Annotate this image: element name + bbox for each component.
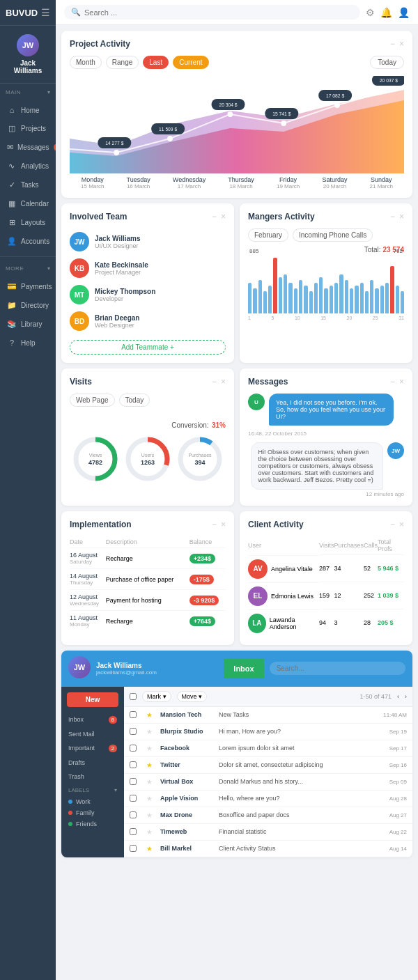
bar-26 <box>375 288 378 313</box>
client-minimize[interactable]: − <box>390 520 395 529</box>
last-filter[interactable]: Last <box>143 56 169 69</box>
mail-folder-drafts[interactable]: Drafts <box>61 756 124 770</box>
mail-folder-important[interactable]: Important 2 <box>61 741 124 756</box>
webpage-filter[interactable]: Web Page <box>70 394 115 407</box>
msgs-minimize[interactable]: − <box>390 377 395 387</box>
email-checkbox-3[interactable] <box>130 745 137 752</box>
email-checkbox-6[interactable] <box>130 795 137 802</box>
add-teammate-button[interactable]: Add Teammate + <box>70 340 226 355</box>
chat-time-2: 12 minutes ago <box>248 491 404 497</box>
visits-close[interactable]: × <box>221 377 226 387</box>
mail-username: Jack Williams <box>96 662 218 669</box>
email-row-4[interactable]: ★ Twitter Dolor sit amet, consectetur ad… <box>124 757 412 774</box>
sidebar-item-help[interactable]: ? Help <box>0 334 56 352</box>
star-icon-1[interactable]: ★ <box>146 711 157 719</box>
managers-minimize[interactable]: − <box>390 212 395 221</box>
month-filter[interactable]: Month <box>70 56 102 69</box>
mail-search-input[interactable] <box>270 662 405 675</box>
visits-minimize[interactable]: − <box>212 377 217 387</box>
settings-icon[interactable]: ⚙ <box>366 7 375 18</box>
email-row-3[interactable]: ★ Facebook Lorem ipsum dolor sit amet Se… <box>124 740 412 757</box>
sidebar-item-library[interactable]: 📚 Library <box>0 315 56 334</box>
star-icon-7[interactable]: ★ <box>146 811 157 819</box>
email-checkbox-1[interactable] <box>130 711 137 718</box>
sidebar-item-accounts[interactable]: 👤 Accounts <box>0 232 56 251</box>
search-input[interactable] <box>84 8 353 17</box>
email-checkbox-7[interactable] <box>130 811 137 818</box>
sidebar-item-tasks[interactable]: ✓ Tasks <box>0 176 56 194</box>
sidebar-item-projects[interactable]: ◫ Projects <box>0 119 56 138</box>
mail-folder-sent[interactable]: Sent Mail <box>61 727 124 741</box>
sidebar-item-home[interactable]: ⌂ Home <box>0 101 56 119</box>
email-checkbox-8[interactable] <box>130 828 137 835</box>
star-icon-4[interactable]: ★ <box>146 761 157 769</box>
email-row-9[interactable]: ★ Bill Markel Client Activity Status Aug… <box>124 841 412 857</box>
msgs-close[interactable]: × <box>399 377 404 387</box>
star-icon-3[interactable]: ★ <box>146 745 157 752</box>
email-row-8[interactable]: ★ Timeweb Financial statistic Aug 22 <box>124 824 412 841</box>
team-close[interactable]: × <box>221 212 226 221</box>
next-page-icon[interactable]: › <box>405 693 407 700</box>
visits-messages-row: Visits − × Web Page Today <box>61 368 412 506</box>
new-mail-button[interactable]: New <box>67 692 118 707</box>
minimize-icon[interactable]: − <box>390 39 395 49</box>
client-close[interactable]: × <box>399 520 404 529</box>
star-icon-5[interactable]: ★ <box>146 778 157 786</box>
sidebar-item-directory[interactable]: 📁 Directory <box>0 296 56 315</box>
mail-folder-inbox[interactable]: Inbox 8 <box>61 713 124 727</box>
impl-minimize[interactable]: − <box>212 520 217 529</box>
mark-button[interactable]: Mark ▾ <box>142 691 171 702</box>
impl-balance-4: +764$ <box>189 616 215 626</box>
client-visits-1: 287 <box>319 555 334 582</box>
sidebar-item-messages[interactable]: ✉ Messages 9 <box>0 138 56 157</box>
star-icon-6[interactable]: ★ <box>146 795 157 802</box>
bell-icon[interactable]: 🔔 <box>380 7 392 18</box>
label-work[interactable]: Work <box>68 796 117 807</box>
move-button[interactable]: Move ▾ <box>177 691 208 702</box>
sidebar-item-payments[interactable]: 💳 Payments <box>0 277 56 296</box>
current-filter[interactable]: Current <box>173 56 208 69</box>
email-row-1[interactable]: ★ Mansion Tech New Tasks 11:48 AM <box>124 707 412 724</box>
star-icon-2[interactable]: ★ <box>146 728 157 736</box>
email-checkbox-4[interactable] <box>130 761 137 768</box>
label-friends[interactable]: Friends <box>68 818 117 830</box>
email-row-5[interactable]: ★ Virtual Box Donald Markus and his stor… <box>124 774 412 791</box>
sidebar-item-calendar[interactable]: ▦ Calendar <box>0 194 56 213</box>
sidebar-item-layouts[interactable]: ⊞ Layouts <box>0 213 56 232</box>
search-icon: 🔍 <box>71 8 81 17</box>
close-icon[interactable]: × <box>399 39 404 49</box>
email-row-2[interactable]: ★ Blurpix Studio Hi man, How are you? Se… <box>124 724 412 740</box>
hamburger-icon[interactable]: ☰ <box>41 7 50 18</box>
svg-point-8 <box>228 111 233 117</box>
today-filter[interactable]: Today <box>370 56 404 69</box>
team-minimize[interactable]: − <box>212 212 217 221</box>
month-filter-managers[interactable]: February <box>248 228 288 242</box>
impl-row-4: 11 AugustMonday Recharge +764$ <box>70 611 226 632</box>
search-bar[interactable]: 🔍 <box>64 5 360 20</box>
star-icon-9[interactable]: ★ <box>146 845 157 853</box>
star-icon-8[interactable]: ★ <box>146 828 157 836</box>
client-title: Client Activity <box>248 520 304 529</box>
email-checkbox-9[interactable] <box>130 845 137 852</box>
sidebar-item-analytics[interactable]: ∿ Analytics <box>0 157 56 176</box>
range-filter[interactable]: Range <box>106 56 139 69</box>
label-family[interactable]: Family <box>68 807 117 818</box>
today-filter-visits[interactable]: Today <box>119 394 150 407</box>
profile-icon[interactable]: 👤 <box>398 7 410 18</box>
mail-folder-trash[interactable]: Trash <box>61 770 124 784</box>
select-all-checkbox[interactable] <box>130 693 137 700</box>
prev-page-icon[interactable]: ‹ <box>397 693 399 700</box>
impl-close[interactable]: × <box>221 520 226 529</box>
cards-area: Project Activity − × Month Range Last Cu… <box>56 25 418 863</box>
email-checkbox-5[interactable] <box>130 778 137 785</box>
email-checkbox-2[interactable] <box>130 728 137 735</box>
project-activity-filters: Month Range Last Current Today <box>70 56 404 69</box>
calls-filter-managers[interactable]: Incoming Phone Calls <box>293 228 373 242</box>
subject-8: Financial statistic <box>219 828 369 835</box>
email-row-6[interactable]: ★ Apple Vision Hello, where are you? Aug… <box>124 791 412 807</box>
implementation-card: Implementation − × Date Description <box>61 511 234 645</box>
managers-close[interactable]: × <box>399 212 404 221</box>
email-row-7[interactable]: ★ Max Drone Boxoffice and paper docs Aug… <box>124 807 412 824</box>
bar-1 <box>248 283 251 313</box>
client-name-1: Angelina Vitale <box>271 566 313 573</box>
